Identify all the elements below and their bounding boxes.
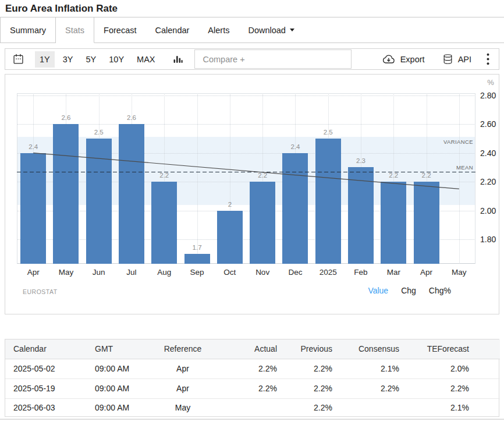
range-buttons: 1Y3Y5Y10YMAX [35,51,159,68]
source-label: EUROSTAT [23,288,58,295]
table-row: 2025-05-0209:00 AMApr2.2%2.2%2.1%2.0% [5,359,500,378]
chart-toolbar: 1Y3Y5Y10YMAX Export API [5,48,499,70]
title-bar: Euro Area Inflation Rate [0,0,504,17]
page-bottom-divider [0,419,504,420]
table-cell: Apr [148,359,218,378]
table-cell [337,398,404,416]
trend-line [17,93,475,264]
table-cell: 2025-06-03 [5,398,87,416]
calendar-icon[interactable] [12,53,24,65]
database-icon [442,53,453,65]
y-axis-label: 2.40 [480,148,501,158]
x-axis-label: May [443,268,475,277]
series-toggles: ValueChgChg% [368,286,451,295]
compare-input[interactable] [194,49,352,69]
export-label: Export [400,55,425,64]
table-cell: Apr [148,378,218,398]
y-axis-label: 2.60 [480,119,501,129]
column-header-reference: Reference [148,339,218,359]
x-axis-label: Sep [180,268,213,277]
x-axis-label: Apr [410,268,442,277]
tab-label: Calendar [155,26,190,35]
range-button-10y[interactable]: 10Y [104,51,129,68]
calendar-table: CalendarGMTReferenceActualPreviousConsen… [5,339,499,417]
bar-chart-icon[interactable] [173,54,183,64]
x-axis-label: Jun [83,268,115,277]
api-button[interactable]: API [442,53,471,65]
tab-label: Forecast [104,26,136,35]
toggle-chg[interactable]: Chg [401,286,416,295]
cloud-download-icon [382,54,396,65]
x-axis-label: Feb [345,268,377,277]
table-cell: 2.2% [404,378,500,398]
column-header-previous: Previous [282,339,337,359]
table-cell: 09:00 AM [87,398,148,416]
tab-label: Alerts [208,26,229,35]
table-cell: May [148,398,218,416]
range-button-1y[interactable]: 1Y [35,51,55,68]
x-axis-label: Oct [214,268,246,277]
table-cell [218,398,282,416]
caret-down-icon [290,29,294,31]
x-axis-label: Nov [246,268,279,277]
x-axis-label: Dec [279,268,311,277]
column-header-gmt: GMT [87,339,148,359]
x-axis-label: 2025 [312,268,345,277]
tab-forecast[interactable]: Forecast [94,17,145,43]
page-title: Euro Area Inflation Rate [5,3,118,15]
export-button[interactable]: Export [382,54,425,65]
x-axis-label: Jul [115,268,148,277]
api-label: API [458,55,471,64]
table-cell: 2.2% [337,378,404,398]
toggle-value[interactable]: Value [368,286,388,295]
table-cell: 2.2% [282,378,337,398]
table-cell: 2.2% [218,378,282,398]
toggle-chg-[interactable]: Chg% [429,286,451,295]
column-header-actual: Actual [218,339,282,359]
tab-label: Stats [65,26,84,35]
table-cell: 2.1% [337,359,404,378]
x-axis-label: May [49,268,82,277]
table-cell: 2.2% [282,398,337,416]
table-cell: 2.0% [404,359,500,378]
tab-download[interactable]: Download [239,17,304,43]
tab-label: Download [248,26,286,35]
x-axis-label: Apr [17,268,49,277]
y-axis-label: 2.80 [480,91,501,100]
column-header-consensus: Consensus [337,339,404,359]
x-axis-label: Mar [377,268,410,277]
column-header-teforecast: TEForecast [404,339,500,359]
tab-bar: SummaryStatsForecastCalendarAlertsDownlo… [0,17,504,43]
kebab-menu-icon[interactable] [487,53,489,65]
tab-alerts[interactable]: Alerts [198,17,239,43]
table-cell: 2.2% [218,359,282,378]
x-axis-label: Aug [148,268,180,277]
range-button-5y[interactable]: 5Y [81,51,101,68]
y-axis-label: 2.00 [480,206,501,215]
y-axis-label: 1.80 [480,235,501,244]
table-cell: 09:00 AM [87,359,148,378]
table-row: 2025-05-1909:00 AMApr2.2%2.2%2.2%2.2% [5,378,500,398]
range-button-max[interactable]: MAX [132,51,159,68]
table-cell: 09:00 AM [87,378,148,398]
plot-area: 2.802.602.402.202.001.802.4Apr2.6May2.5J… [5,75,499,314]
chart: % 2.802.602.402.202.001.802.4Apr2.6May2.… [5,74,499,314]
tab-summary[interactable]: Summary [0,17,56,43]
table-cell: 2.2% [282,359,337,378]
table-cell: 2025-05-19 [5,378,87,398]
tab-label: Summary [10,26,46,35]
table-cell: 2025-05-02 [5,359,87,378]
range-button-3y[interactable]: 3Y [58,51,78,68]
table-row: 2025-06-0309:00 AMMay2.2%2.1% [5,398,500,416]
column-header-calendar: Calendar [5,339,87,359]
tab-stats[interactable]: Stats [56,17,94,43]
y-axis-label: 2.20 [480,177,501,186]
table-cell: 2.1% [404,398,500,416]
tab-calendar[interactable]: Calendar [146,17,199,43]
